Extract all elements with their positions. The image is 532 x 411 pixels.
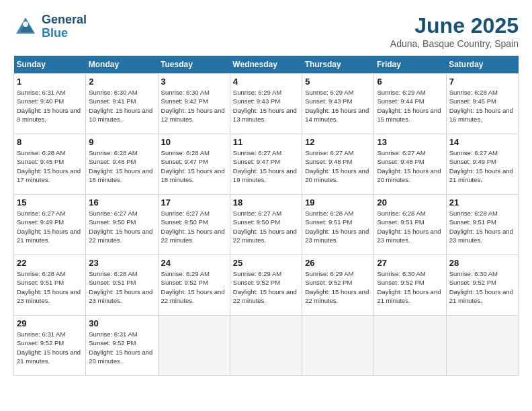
- day-number: 29: [17, 318, 83, 328]
- day-info: Sunrise: 6:27 AMSunset: 9:50 PMDaylight:…: [89, 209, 154, 244]
- day-number: 18: [233, 197, 299, 208]
- day-number: 30: [89, 318, 154, 328]
- col-saturday: Saturday: [446, 56, 518, 74]
- day-info: Sunrise: 6:28 AMSunset: 9:51 PMDaylight:…: [305, 209, 371, 244]
- logo-icon: [13, 15, 38, 39]
- calendar-table: Sunday Monday Tuesday Wednesday Thursday…: [13, 56, 519, 376]
- day-info: Sunrise: 6:28 AMSunset: 9:51 PMDaylight:…: [17, 269, 83, 305]
- day-info: Sunrise: 6:29 AMSunset: 9:43 PMDaylight:…: [305, 88, 371, 124]
- day-info: Sunrise: 6:27 AMSunset: 9:49 PMDaylight:…: [17, 209, 83, 244]
- day-info: Sunrise: 6:27 AMSunset: 9:50 PMDaylight:…: [233, 209, 299, 244]
- list-item: 9Sunrise: 6:28 AMSunset: 9:46 PMDaylight…: [86, 134, 158, 195]
- day-info: Sunrise: 6:29 AMSunset: 9:43 PMDaylight:…: [233, 88, 299, 124]
- day-info: Sunrise: 6:28 AMSunset: 9:51 PMDaylight:…: [89, 269, 154, 305]
- day-number: 16: [89, 197, 154, 208]
- list-item: 5Sunrise: 6:29 AMSunset: 9:43 PMDaylight…: [302, 74, 374, 134]
- day-info: Sunrise: 6:28 AMSunset: 9:51 PMDaylight:…: [449, 209, 515, 244]
- header: General Blue June 2025 Aduna, Basque Cou…: [13, 13, 519, 49]
- day-number: 9: [89, 137, 154, 147]
- list-item: 18Sunrise: 6:27 AMSunset: 9:50 PMDayligh…: [230, 195, 302, 255]
- day-number: 2: [89, 77, 154, 87]
- day-info: Sunrise: 6:31 AMSunset: 9:52 PMDaylight:…: [89, 330, 154, 365]
- day-info: Sunrise: 6:27 AMSunset: 9:50 PMDaylight:…: [161, 209, 227, 244]
- day-info: Sunrise: 6:30 AMSunset: 9:42 PMDaylight:…: [161, 88, 227, 124]
- col-friday: Friday: [374, 56, 446, 74]
- day-info: Sunrise: 6:31 AMSunset: 9:40 PMDaylight:…: [17, 88, 83, 124]
- day-number: 27: [377, 258, 443, 268]
- list-item: 11Sunrise: 6:27 AMSunset: 9:47 PMDayligh…: [230, 134, 302, 195]
- list-item: [446, 316, 518, 376]
- title-area: June 2025 Aduna, Basque Country, Spain: [390, 13, 519, 49]
- list-item: 16Sunrise: 6:27 AMSunset: 9:50 PMDayligh…: [86, 195, 158, 255]
- table-row: 29Sunrise: 6:31 AMSunset: 9:52 PMDayligh…: [14, 316, 519, 376]
- list-item: [302, 316, 374, 376]
- day-number: 14: [449, 137, 515, 147]
- list-item: 7Sunrise: 6:28 AMSunset: 9:45 PMDaylight…: [446, 74, 518, 134]
- list-item: 29Sunrise: 6:31 AMSunset: 9:52 PMDayligh…: [14, 316, 86, 376]
- day-number: 21: [449, 197, 515, 208]
- day-number: 20: [377, 197, 443, 208]
- day-number: 22: [17, 258, 83, 268]
- col-monday: Monday: [86, 56, 158, 74]
- day-number: 28: [449, 258, 515, 268]
- day-info: Sunrise: 6:30 AMSunset: 9:41 PMDaylight:…: [89, 88, 154, 124]
- day-info: Sunrise: 6:28 AMSunset: 9:51 PMDaylight:…: [377, 209, 443, 244]
- day-info: Sunrise: 6:28 AMSunset: 9:45 PMDaylight:…: [17, 148, 83, 184]
- day-number: 19: [305, 197, 371, 208]
- list-item: 24Sunrise: 6:29 AMSunset: 9:52 PMDayligh…: [158, 255, 230, 316]
- day-number: 11: [233, 137, 299, 147]
- list-item: 22Sunrise: 6:28 AMSunset: 9:51 PMDayligh…: [14, 255, 86, 316]
- day-number: 3: [161, 77, 227, 87]
- list-item: 20Sunrise: 6:28 AMSunset: 9:51 PMDayligh…: [374, 195, 446, 255]
- list-item: 17Sunrise: 6:27 AMSunset: 9:50 PMDayligh…: [158, 195, 230, 255]
- table-row: 8Sunrise: 6:28 AMSunset: 9:45 PMDaylight…: [14, 134, 519, 195]
- day-info: Sunrise: 6:28 AMSunset: 9:45 PMDaylight:…: [449, 88, 515, 124]
- calendar-header-row: Sunday Monday Tuesday Wednesday Thursday…: [14, 56, 519, 74]
- table-row: 22Sunrise: 6:28 AMSunset: 9:51 PMDayligh…: [14, 255, 519, 316]
- list-item: 25Sunrise: 6:29 AMSunset: 9:52 PMDayligh…: [230, 255, 302, 316]
- day-number: 5: [305, 77, 371, 87]
- day-info: Sunrise: 6:30 AMSunset: 9:52 PMDaylight:…: [449, 269, 515, 305]
- day-number: 13: [377, 137, 443, 147]
- day-number: 25: [233, 258, 299, 268]
- day-info: Sunrise: 6:30 AMSunset: 9:52 PMDaylight:…: [377, 269, 443, 305]
- day-number: 17: [161, 197, 227, 208]
- list-item: 13Sunrise: 6:27 AMSunset: 9:48 PMDayligh…: [374, 134, 446, 195]
- day-info: Sunrise: 6:29 AMSunset: 9:52 PMDaylight:…: [233, 269, 299, 305]
- table-row: 1Sunrise: 6:31 AMSunset: 9:40 PMDaylight…: [14, 74, 519, 134]
- month-title: June 2025: [390, 13, 519, 38]
- day-number: 6: [377, 77, 443, 87]
- list-item: [158, 316, 230, 376]
- list-item: 15Sunrise: 6:27 AMSunset: 9:49 PMDayligh…: [14, 195, 86, 255]
- list-item: 12Sunrise: 6:27 AMSunset: 9:48 PMDayligh…: [302, 134, 374, 195]
- day-number: 12: [305, 137, 371, 147]
- day-number: 24: [161, 258, 227, 268]
- day-info: Sunrise: 6:27 AMSunset: 9:48 PMDaylight:…: [377, 148, 443, 184]
- day-info: Sunrise: 6:27 AMSunset: 9:49 PMDaylight:…: [449, 148, 515, 184]
- list-item: [230, 316, 302, 376]
- list-item: 19Sunrise: 6:28 AMSunset: 9:51 PMDayligh…: [302, 195, 374, 255]
- day-number: 4: [233, 77, 299, 87]
- list-item: 3Sunrise: 6:30 AMSunset: 9:42 PMDaylight…: [158, 74, 230, 134]
- day-info: Sunrise: 6:29 AMSunset: 9:52 PMDaylight:…: [305, 269, 371, 305]
- day-number: 7: [449, 77, 515, 87]
- list-item: 28Sunrise: 6:30 AMSunset: 9:52 PMDayligh…: [446, 255, 518, 316]
- list-item: 1Sunrise: 6:31 AMSunset: 9:40 PMDaylight…: [14, 74, 86, 134]
- list-item: 8Sunrise: 6:28 AMSunset: 9:45 PMDaylight…: [14, 134, 86, 195]
- day-info: Sunrise: 6:31 AMSunset: 9:52 PMDaylight:…: [17, 330, 83, 365]
- day-info: Sunrise: 6:28 AMSunset: 9:47 PMDaylight:…: [161, 148, 227, 184]
- col-wednesday: Wednesday: [230, 56, 302, 74]
- day-number: 23: [89, 258, 154, 268]
- day-number: 15: [17, 197, 83, 208]
- list-item: 10Sunrise: 6:28 AMSunset: 9:47 PMDayligh…: [158, 134, 230, 195]
- list-item: 4Sunrise: 6:29 AMSunset: 9:43 PMDaylight…: [230, 74, 302, 134]
- list-item: 2Sunrise: 6:30 AMSunset: 9:41 PMDaylight…: [86, 74, 158, 134]
- day-number: 26: [305, 258, 371, 268]
- list-item: 23Sunrise: 6:28 AMSunset: 9:51 PMDayligh…: [86, 255, 158, 316]
- col-thursday: Thursday: [302, 56, 374, 74]
- table-row: 15Sunrise: 6:27 AMSunset: 9:49 PMDayligh…: [14, 195, 519, 255]
- day-info: Sunrise: 6:28 AMSunset: 9:46 PMDaylight:…: [89, 148, 154, 184]
- location-title: Aduna, Basque Country, Spain: [390, 38, 519, 49]
- svg-point-3: [23, 21, 28, 27]
- day-number: 8: [17, 137, 83, 147]
